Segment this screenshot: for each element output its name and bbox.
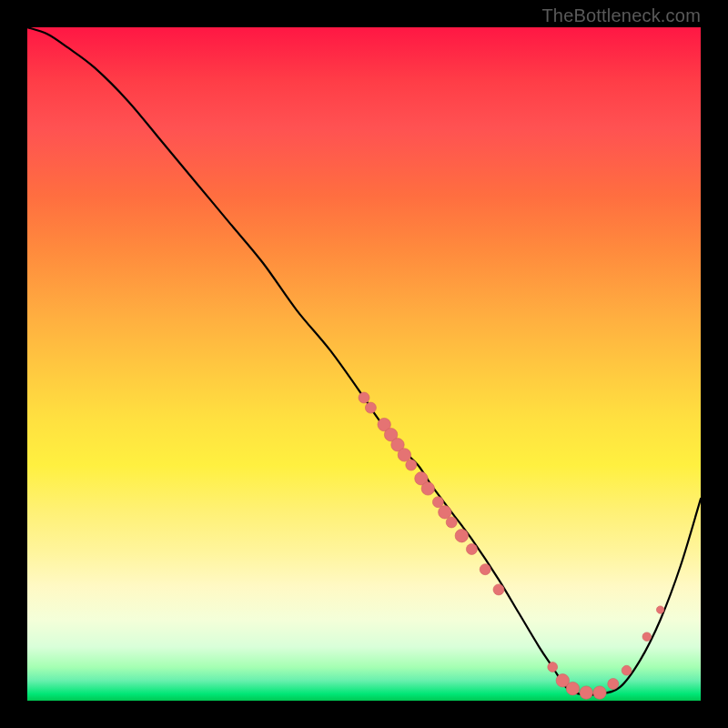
scatter-dots — [359, 392, 664, 699]
bottleneck-curve — [27, 27, 701, 695]
scatter-dot — [365, 402, 376, 413]
scatter-dot — [398, 449, 410, 461]
watermark-text: TheBottleneck.com — [541, 5, 701, 26]
scatter-dot — [446, 517, 457, 528]
scatter-dot — [656, 606, 663, 613]
scatter-dot — [548, 662, 558, 672]
scatter-dot — [359, 392, 369, 403]
scatter-dot — [406, 460, 417, 470]
scatter-dot — [480, 564, 490, 575]
scatter-dot — [432, 497, 443, 508]
scatter-dot — [455, 530, 468, 542]
scatter-dot — [608, 679, 619, 690]
curve-svg — [27, 27, 701, 701]
scatter-dot — [593, 686, 606, 699]
scatter-dot — [622, 665, 632, 675]
scatter-dot — [566, 682, 579, 694]
plot-area — [27, 27, 701, 701]
scatter-dot — [642, 632, 652, 642]
scatter-dot — [466, 544, 477, 555]
scatter-dot — [439, 506, 451, 519]
scatter-dot — [580, 686, 592, 699]
scatter-dot — [421, 482, 434, 495]
chart-frame: TheBottleneck.com — [0, 0, 728, 728]
scatter-dot — [493, 584, 504, 595]
